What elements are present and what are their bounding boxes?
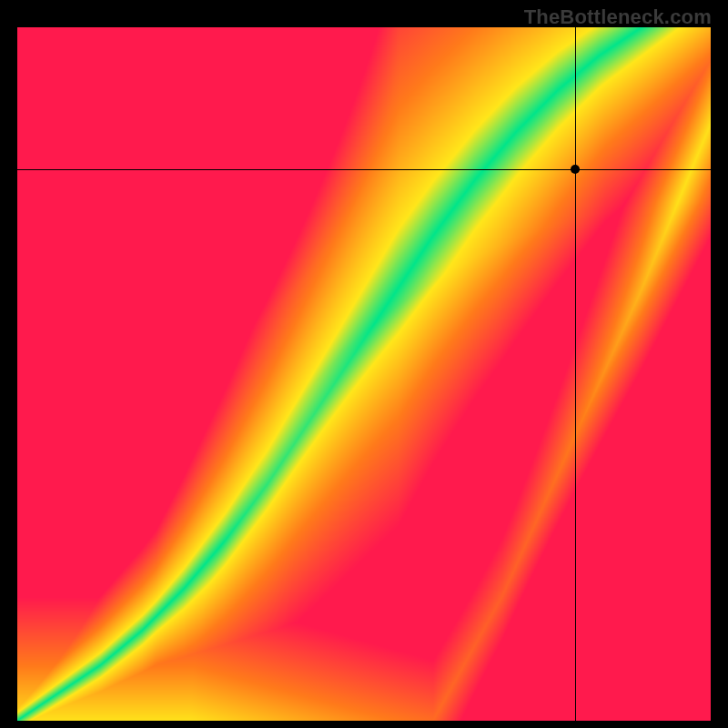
heatmap-canvas	[17, 27, 711, 721]
crosshair-vertical	[575, 27, 577, 721]
heatmap-plot	[17, 27, 711, 721]
watermark-text: TheBottleneck.com	[524, 5, 712, 29]
crosshair-dot	[571, 165, 580, 174]
crosshair-horizontal	[17, 169, 711, 171]
